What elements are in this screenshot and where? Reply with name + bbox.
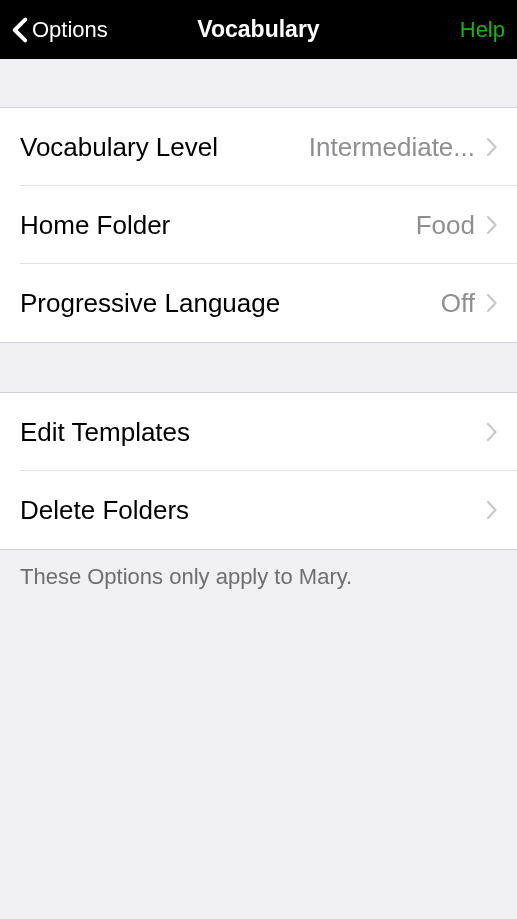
row-value: Off — [441, 288, 475, 319]
chevron-right-icon — [487, 294, 497, 312]
chevron-right-icon — [487, 138, 497, 156]
back-button-label: Options — [32, 17, 108, 43]
row-label: Edit Templates — [20, 417, 190, 448]
progressive-language-row[interactable]: Progressive Language Off — [0, 264, 517, 342]
vocabulary-level-row[interactable]: Vocabulary Level Intermediate... — [0, 108, 517, 186]
back-button[interactable]: Options — [12, 17, 108, 43]
spacer — [0, 343, 517, 392]
actions-section: Edit Templates Delete Folders — [0, 392, 517, 550]
navbar: Options Vocabulary Help — [0, 0, 517, 59]
spacer — [0, 59, 517, 107]
row-value: Intermediate... — [309, 132, 475, 163]
chevron-left-icon — [12, 17, 28, 43]
edit-templates-row[interactable]: Edit Templates — [0, 393, 517, 471]
row-label: Vocabulary Level — [20, 132, 218, 163]
chevron-right-icon — [487, 216, 497, 234]
chevron-right-icon — [487, 501, 497, 519]
vocabulary-settings-section: Vocabulary Level Intermediate... Home Fo… — [0, 107, 517, 343]
chevron-right-icon — [487, 423, 497, 441]
footer-note: These Options only apply to Mary. — [0, 550, 517, 604]
delete-folders-row[interactable]: Delete Folders — [0, 471, 517, 549]
row-label: Delete Folders — [20, 495, 189, 526]
row-label: Home Folder — [20, 210, 170, 241]
row-label: Progressive Language — [20, 288, 280, 319]
row-value: Food — [416, 210, 475, 241]
home-folder-row[interactable]: Home Folder Food — [0, 186, 517, 264]
page-title: Vocabulary — [197, 16, 319, 43]
help-button[interactable]: Help — [460, 17, 505, 43]
